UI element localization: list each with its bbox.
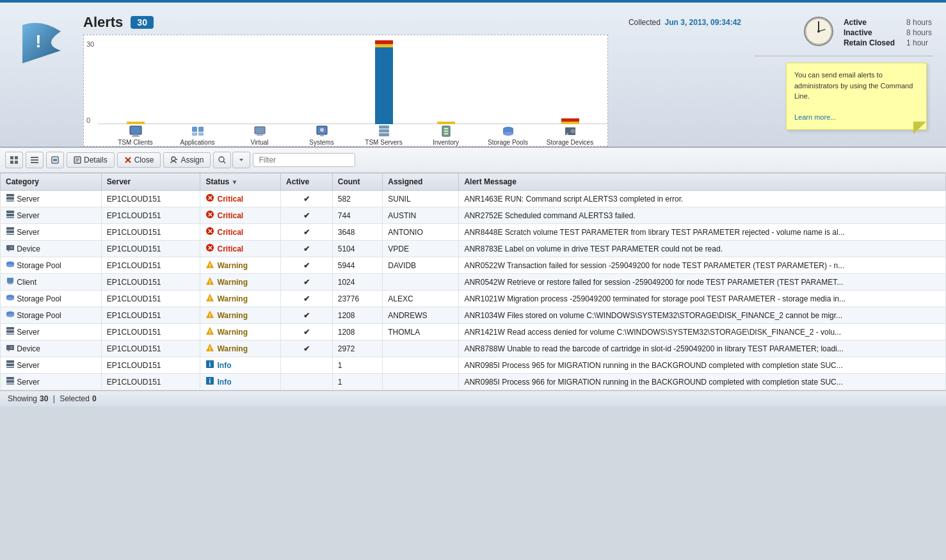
col-header-server[interactable]: Server: [101, 173, 200, 191]
cell-status: i Info: [200, 357, 281, 374]
cell-category: Storage Pool: [1, 257, 102, 274]
cell-status: ! Warning: [200, 340, 281, 357]
learn-more-link[interactable]: Learn more...: [794, 113, 836, 121]
retain-value: 1 hour: [906, 38, 932, 47]
assign-label: Assign: [180, 156, 204, 164]
col-header-assigned[interactable]: Assigned: [383, 173, 459, 191]
inactive-value: 8 hours: [906, 28, 932, 37]
status-badge: ! Warning: [205, 326, 275, 337]
details-button[interactable]: Details: [67, 152, 115, 168]
cell-message: ANR1034W Files stored on volume C:\WINDO…: [459, 307, 946, 324]
cell-message: ANR8783E Label on volume in drive TEST P…: [459, 241, 946, 257]
cell-status: ! Warning: [200, 324, 281, 340]
svg-text:✕: ✕: [207, 228, 212, 235]
selected-label: Selected: [60, 394, 90, 403]
table-row[interactable]: Server EP1CLOUD151 ✕ Critical ✔ 744 AUST…: [1, 207, 946, 224]
cell-server: EP1CLOUD151: [101, 324, 200, 340]
cell-assigned: ANDREWS: [383, 307, 459, 324]
status-badge: ! Warning: [205, 343, 275, 354]
table-row[interactable]: Server EP1CLOUD151 i Info 1 ANR0985I Pro…: [1, 357, 946, 374]
cell-count: 582: [332, 191, 383, 207]
svg-point-50: [219, 157, 224, 162]
svg-point-30: [817, 30, 820, 33]
table-row[interactable]: Server EP1CLOUD151 ✕ Critical ✔ 582 SUNI…: [1, 191, 946, 207]
cell-category: Server: [1, 324, 102, 340]
server-icon: [6, 328, 15, 337]
cell-category: Device: [1, 340, 102, 357]
active-check: ✔: [303, 294, 310, 303]
svg-rect-108: [6, 377, 14, 380]
svg-rect-8: [255, 127, 265, 134]
table-row[interactable]: Storage Pool EP1CLOUD151 ! Warning ✔ 120…: [1, 307, 946, 324]
col-header-active[interactable]: Active: [281, 173, 333, 191]
cell-server: EP1CLOUD151: [101, 241, 200, 257]
svg-marker-52: [239, 159, 243, 161]
inactive-label: Inactive: [844, 28, 905, 37]
cell-status: ✕ Critical: [200, 224, 281, 241]
cell-count: 744: [332, 207, 383, 224]
svg-text:!: !: [209, 346, 211, 352]
assign-button[interactable]: Assign: [163, 152, 211, 168]
cell-status: ! Warning: [200, 291, 281, 307]
svg-point-22: [503, 132, 513, 136]
storage-pool-icon: [6, 312, 15, 321]
storage-pool-icon: [6, 262, 15, 271]
svg-text:✕: ✕: [207, 211, 212, 218]
svg-rect-94: [6, 330, 14, 333]
cell-server: EP1CLOUD151: [101, 374, 200, 390]
cell-count: 1208: [332, 307, 383, 324]
col-header-message[interactable]: Alert Message: [459, 173, 946, 191]
table-row[interactable]: Client EP1CLOUD151 ! Warning ✔ 1024 ANR0…: [1, 274, 946, 291]
cell-status: ✕ Critical: [200, 207, 281, 224]
filter-input[interactable]: [253, 153, 355, 167]
table-row[interactable]: Device EP1CLOUD151 ! Warning ✔ 2972 ANR8…: [1, 340, 946, 357]
chart-y-zero: 0: [86, 116, 90, 124]
cell-category: Server: [1, 207, 102, 224]
export-button[interactable]: [46, 152, 64, 168]
table-row[interactable]: Server EP1CLOUD151 ! Warning ✔ 1208 THOM…: [1, 324, 946, 340]
warning-icon: !: [205, 293, 214, 304]
svg-rect-53: [6, 194, 14, 196]
cell-assigned: DAVIDB: [383, 257, 459, 274]
search-dropdown-button[interactable]: [232, 152, 250, 168]
status-badge: i Info: [205, 360, 275, 371]
alerts-badge: 30: [131, 16, 154, 29]
active-label: Active: [844, 18, 905, 27]
col-header-count[interactable]: Count: [332, 173, 383, 191]
table-row[interactable]: Server EP1CLOUD151 i Info 1 ANR0985I Pro…: [1, 374, 946, 390]
chart-icon-inventory: Inventory: [417, 124, 475, 146]
svg-text:✕: ✕: [207, 244, 212, 252]
cell-message: ANR0542W Retrieve or restore failed for …: [459, 274, 946, 291]
active-check: ✔: [303, 244, 310, 253]
col-header-status[interactable]: Status ▼: [200, 173, 281, 191]
active-check: ✔: [303, 311, 310, 320]
cell-assigned: [383, 340, 459, 357]
showing-label: Showing: [8, 394, 37, 403]
svg-point-85: [6, 298, 14, 301]
status-badge: ✕ Critical: [205, 243, 275, 254]
svg-point-47: [172, 157, 175, 161]
details-label: Details: [84, 156, 108, 164]
svg-rect-37: [31, 162, 38, 163]
table-row[interactable]: Storage Pool EP1CLOUD151 ! Warning ✔ 594…: [1, 257, 946, 274]
col-header-category[interactable]: Category: [1, 173, 102, 191]
cell-active: ✔: [281, 257, 333, 274]
table-row[interactable]: Storage Pool EP1CLOUD151 ! Warning ✔ 237…: [1, 291, 946, 307]
cell-assigned: [383, 374, 459, 390]
cell-message: ANR8788W Unable to read the barcode of c…: [459, 340, 946, 357]
close-button[interactable]: Close: [117, 152, 161, 168]
cell-active: ✔: [281, 224, 333, 241]
cell-message: ANR1021W Migration process -259049200 te…: [459, 291, 946, 307]
search-button[interactable]: [213, 152, 231, 168]
svg-rect-35: [31, 157, 38, 158]
svg-rect-1: [130, 126, 141, 134]
grid-view-button[interactable]: [5, 152, 23, 168]
critical-icon: ✕: [205, 243, 214, 254]
table-row[interactable]: Server EP1CLOUD151 ✕ Critical ✔ 3648 ANT…: [1, 224, 946, 241]
cell-status: ! Warning: [200, 274, 281, 291]
cell-server: EP1CLOUD151: [101, 340, 200, 357]
active-check: ✔: [303, 261, 310, 270]
table-row[interactable]: Device EP1CLOUD151 ✕ Critical ✔ 5104 VPD…: [1, 241, 946, 257]
toolbar: Details Close Assign: [0, 148, 946, 173]
list-view-button[interactable]: [26, 152, 44, 168]
